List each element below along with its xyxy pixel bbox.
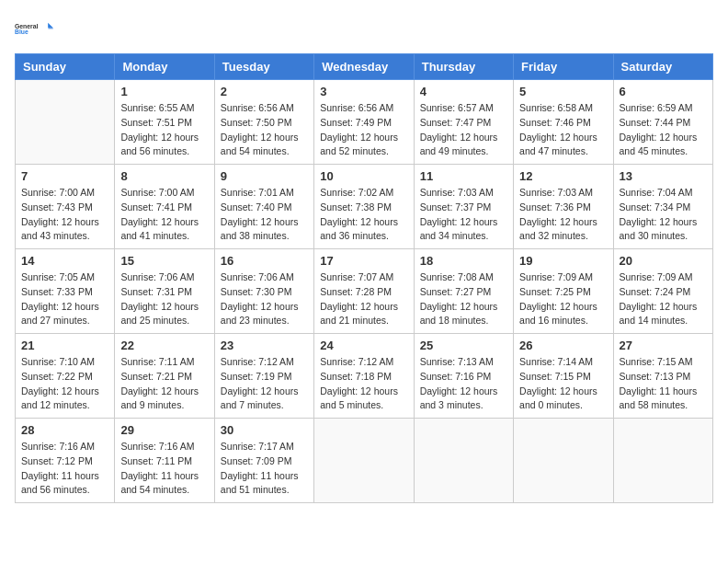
day-cell: 20Sunrise: 7:09 AMSunset: 7:24 PMDayligh… [613,249,712,334]
day-info: Sunrise: 7:15 AMSunset: 7:13 PMDaylight:… [620,355,707,413]
day-number: 27 [620,339,707,352]
week-row-5: 28Sunrise: 7:16 AMSunset: 7:12 PMDayligh… [16,419,713,503]
day-info: Sunrise: 7:14 AMSunset: 7:15 PMDaylight:… [519,355,607,413]
day-cell: 2Sunrise: 6:56 AMSunset: 7:50 PMDaylight… [214,80,313,165]
day-number: 1 [120,85,208,98]
day-info: Sunrise: 7:09 AMSunset: 7:24 PMDaylight:… [620,270,707,328]
day-cell: 30Sunrise: 7:17 AMSunset: 7:09 PMDayligh… [214,419,313,503]
day-info: Sunrise: 7:02 AMSunset: 7:38 PMDaylight:… [320,186,407,244]
day-info: Sunrise: 7:12 AMSunset: 7:18 PMDaylight:… [320,355,407,413]
day-cell: 5Sunrise: 6:58 AMSunset: 7:46 PMDaylight… [514,80,613,165]
day-cell: 10Sunrise: 7:02 AMSunset: 7:38 PMDayligh… [314,165,414,249]
logo: General Blue [15,15,55,42]
day-cell: 22Sunrise: 7:11 AMSunset: 7:21 PMDayligh… [115,334,214,419]
day-info: Sunrise: 7:10 AMSunset: 7:22 PMDaylight:… [21,355,108,413]
day-info: Sunrise: 6:56 AMSunset: 7:50 PMDaylight:… [221,101,308,159]
day-cell: 6Sunrise: 6:59 AMSunset: 7:44 PMDaylight… [613,80,712,165]
day-number: 28 [21,423,108,437]
day-number: 9 [221,169,308,183]
day-number: 21 [21,339,108,352]
day-number: 4 [420,85,507,98]
day-cell: 14Sunrise: 7:05 AMSunset: 7:33 PMDayligh… [16,249,115,334]
day-number: 12 [519,169,607,183]
day-info: Sunrise: 7:04 AMSunset: 7:34 PMDaylight:… [620,186,707,244]
header-cell-monday: Monday [115,54,214,80]
day-info: Sunrise: 7:09 AMSunset: 7:25 PMDaylight:… [519,270,607,328]
day-cell: 27Sunrise: 7:15 AMSunset: 7:13 PMDayligh… [613,334,712,419]
day-number: 29 [120,423,208,437]
week-row-3: 14Sunrise: 7:05 AMSunset: 7:33 PMDayligh… [16,249,713,334]
day-cell: 26Sunrise: 7:14 AMSunset: 7:15 PMDayligh… [514,334,613,419]
day-number: 11 [420,169,507,183]
day-info: Sunrise: 7:01 AMSunset: 7:40 PMDaylight:… [221,186,308,244]
day-number: 2 [221,85,308,98]
day-info: Sunrise: 7:05 AMSunset: 7:33 PMDaylight:… [21,270,108,328]
header-cell-friday: Friday [514,54,613,80]
day-cell [16,80,115,165]
day-number: 30 [221,423,308,437]
day-cell [613,419,712,503]
day-cell: 3Sunrise: 6:56 AMSunset: 7:49 PMDaylight… [314,80,414,165]
day-number: 6 [620,85,707,98]
day-number: 26 [519,339,607,352]
day-cell: 7Sunrise: 7:00 AMSunset: 7:43 PMDaylight… [16,165,115,249]
header-cell-tuesday: Tuesday [214,54,313,80]
day-number: 19 [519,254,607,268]
day-number: 20 [620,254,707,268]
day-cell: 17Sunrise: 7:07 AMSunset: 7:28 PMDayligh… [314,249,414,334]
header-cell-saturday: Saturday [613,54,712,80]
week-row-2: 7Sunrise: 7:00 AMSunset: 7:43 PMDaylight… [16,165,713,249]
day-info: Sunrise: 7:16 AMSunset: 7:12 PMDaylight:… [21,440,108,498]
day-number: 10 [320,169,407,183]
day-cell: 15Sunrise: 7:06 AMSunset: 7:31 PMDayligh… [115,249,214,334]
day-cell [514,419,613,503]
day-number: 18 [420,254,507,268]
calendar-body: 1Sunrise: 6:55 AMSunset: 7:51 PMDaylight… [16,80,713,503]
day-cell: 13Sunrise: 7:04 AMSunset: 7:34 PMDayligh… [613,165,712,249]
day-number: 13 [620,169,707,183]
header-cell-wednesday: Wednesday [314,54,414,80]
day-info: Sunrise: 7:06 AMSunset: 7:30 PMDaylight:… [221,270,308,328]
day-info: Sunrise: 7:13 AMSunset: 7:16 PMDaylight:… [420,355,507,413]
day-info: Sunrise: 7:17 AMSunset: 7:09 PMDaylight:… [221,440,308,498]
day-cell: 9Sunrise: 7:01 AMSunset: 7:40 PMDaylight… [214,165,313,249]
day-cell: 19Sunrise: 7:09 AMSunset: 7:25 PMDayligh… [514,249,613,334]
day-number: 15 [120,254,208,268]
day-number: 14 [21,254,108,268]
day-cell: 11Sunrise: 7:03 AMSunset: 7:37 PMDayligh… [414,165,513,249]
svg-text:Blue: Blue [15,29,28,35]
day-info: Sunrise: 6:55 AMSunset: 7:51 PMDaylight:… [120,101,208,159]
day-cell [314,419,414,503]
day-info: Sunrise: 7:06 AMSunset: 7:31 PMDaylight:… [120,270,208,328]
day-cell: 29Sunrise: 7:16 AMSunset: 7:11 PMDayligh… [115,419,214,503]
day-cell [414,419,513,503]
week-row-4: 21Sunrise: 7:10 AMSunset: 7:22 PMDayligh… [16,334,713,419]
day-cell: 16Sunrise: 7:06 AMSunset: 7:30 PMDayligh… [214,249,313,334]
day-cell: 25Sunrise: 7:13 AMSunset: 7:16 PMDayligh… [414,334,513,419]
day-cell: 18Sunrise: 7:08 AMSunset: 7:27 PMDayligh… [414,249,513,334]
day-number: 8 [120,169,208,183]
page-header: General Blue [15,15,713,42]
day-number: 24 [320,339,407,352]
day-cell: 28Sunrise: 7:16 AMSunset: 7:12 PMDayligh… [16,419,115,503]
day-info: Sunrise: 6:56 AMSunset: 7:49 PMDaylight:… [320,101,407,159]
calendar-table: SundayMondayTuesdayWednesdayThursdayFrid… [15,53,713,503]
day-info: Sunrise: 6:58 AMSunset: 7:46 PMDaylight:… [519,101,607,159]
day-info: Sunrise: 7:00 AMSunset: 7:41 PMDaylight:… [120,186,208,244]
day-info: Sunrise: 7:12 AMSunset: 7:19 PMDaylight:… [221,355,308,413]
day-info: Sunrise: 7:03 AMSunset: 7:36 PMDaylight:… [519,186,607,244]
day-info: Sunrise: 7:07 AMSunset: 7:28 PMDaylight:… [320,270,407,328]
day-cell: 23Sunrise: 7:12 AMSunset: 7:19 PMDayligh… [214,334,313,419]
day-cell: 21Sunrise: 7:10 AMSunset: 7:22 PMDayligh… [16,334,115,419]
svg-text:General: General [15,23,39,29]
header-row: SundayMondayTuesdayWednesdayThursdayFrid… [16,54,713,80]
calendar-header: SundayMondayTuesdayWednesdayThursdayFrid… [16,54,713,80]
day-cell: 8Sunrise: 7:00 AMSunset: 7:41 PMDaylight… [115,165,214,249]
day-number: 17 [320,254,407,268]
day-number: 5 [519,85,607,98]
day-cell: 4Sunrise: 6:57 AMSunset: 7:47 PMDaylight… [414,80,513,165]
day-info: Sunrise: 7:03 AMSunset: 7:37 PMDaylight:… [420,186,507,244]
header-cell-thursday: Thursday [414,54,513,80]
day-number: 23 [221,339,308,352]
header-cell-sunday: Sunday [16,54,115,80]
